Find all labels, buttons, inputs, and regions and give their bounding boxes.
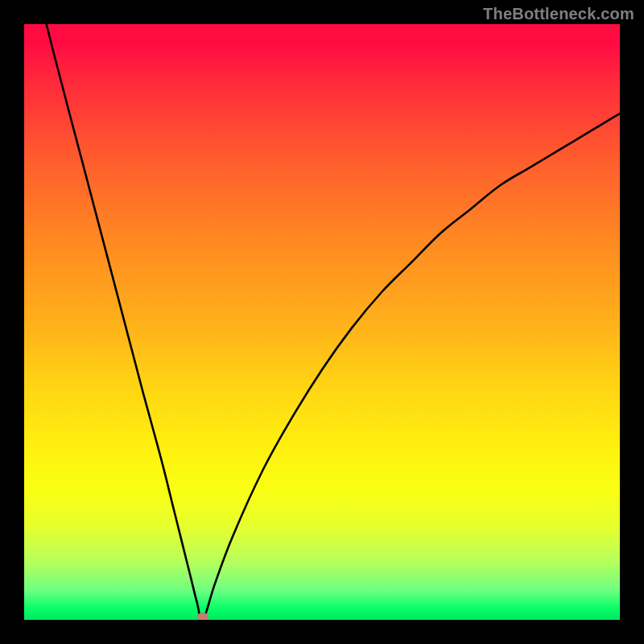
- plot-area: [24, 24, 620, 620]
- watermark-text: TheBottleneck.com: [483, 5, 634, 23]
- chart-frame: TheBottleneck.com: [0, 0, 644, 644]
- minimum-marker: [197, 613, 208, 620]
- bottleneck-curve: [24, 24, 620, 620]
